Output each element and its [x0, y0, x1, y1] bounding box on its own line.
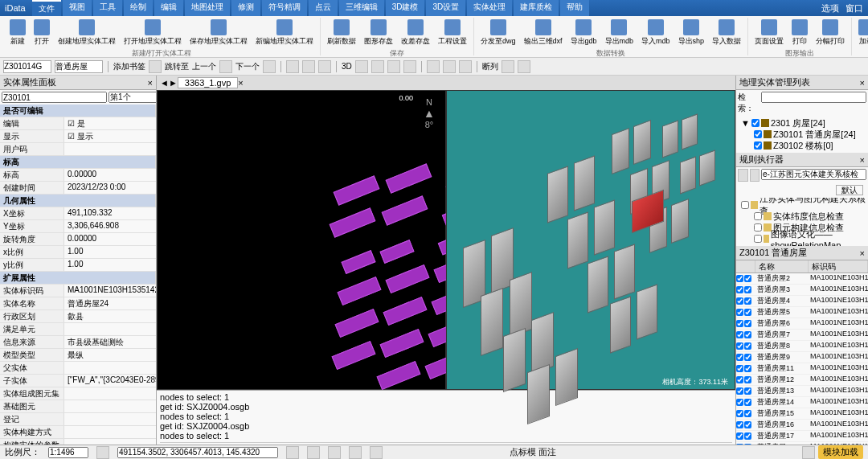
menu-tab-2[interactable]: 工具 — [93, 0, 122, 16]
rule-run-icon[interactable] — [738, 169, 748, 182]
row-check-2[interactable] — [744, 399, 751, 406]
row-check-2[interactable] — [744, 309, 751, 316]
search-input[interactable] — [761, 92, 866, 103]
row-check-2[interactable] — [744, 410, 751, 417]
status-tool-icon[interactable] — [349, 446, 362, 459]
building-3d[interactable] — [555, 348, 578, 406]
menu-tab-13[interactable]: 建库质检 — [514, 0, 559, 16]
building-2d[interactable] — [330, 207, 376, 237]
row-check-1[interactable] — [736, 354, 743, 361]
building-3d[interactable] — [699, 150, 715, 186]
3d-tool-icon[interactable] — [355, 60, 368, 73]
table-row[interactable]: 普通房屋9MA1001NE103H1535... — [736, 352, 868, 363]
row-check-1[interactable] — [736, 331, 743, 338]
tree-item[interactable]: Z30102 楼栋[0] — [738, 140, 866, 151]
property-row[interactable]: 登记 — [0, 413, 156, 426]
property-row[interactable]: 标高0.00000 — [0, 169, 156, 182]
property-row[interactable]: 子实体["FW_A","{3C2043E0-2897-... — [0, 375, 156, 387]
row-check-1[interactable] — [736, 275, 743, 282]
arrow-left-icon[interactable]: ◄ — [160, 78, 169, 88]
viewport-2d[interactable]: N ▲ 8° 0.00 — [157, 90, 446, 390]
property-row[interactable]: 几何属性 — [0, 195, 156, 207]
arrow-right-icon[interactable]: ► — [169, 78, 178, 88]
property-row[interactable]: 显示☑ 显示 — [0, 130, 156, 143]
property-row[interactable]: 旋转角度0.00000 — [0, 233, 156, 246]
status-tool-icon[interactable] — [96, 446, 109, 459]
col-name[interactable]: 名称 — [755, 260, 809, 273]
row-check-2[interactable] — [744, 421, 751, 428]
property-row[interactable]: 模型类型最纵 — [0, 349, 156, 362]
menu-tab-6[interactable]: 修测 — [231, 0, 260, 16]
property-row[interactable]: 父实体 — [0, 362, 156, 375]
building-3d[interactable] — [527, 364, 550, 424]
row-check-2[interactable] — [744, 387, 751, 395]
window-link[interactable]: 窗口 — [845, 2, 863, 14]
layer-code-input[interactable] — [3, 60, 51, 73]
status-tool-icon[interactable] — [286, 446, 299, 459]
row-check-2[interactable] — [744, 432, 751, 440]
table-row[interactable]: 普通房屋8MA1001NE103H1535... — [736, 341, 868, 352]
rule-checkbox[interactable] — [754, 223, 762, 232]
default-btn[interactable]: 默认 — [836, 185, 863, 195]
row-check-1[interactable] — [736, 365, 743, 372]
table-row[interactable]: 普通房屋15MA1001NE103H1535... — [736, 408, 868, 420]
ribbon-btn[interactable]: 保存地理实体工程 — [186, 18, 251, 48]
section-tool-icon[interactable] — [518, 60, 530, 73]
menu-tab-0[interactable]: 文件 — [32, 0, 61, 16]
rule-next-icon[interactable] — [750, 169, 760, 182]
col-code[interactable]: 标识码 — [809, 260, 868, 273]
building-2d[interactable] — [383, 297, 428, 326]
property-row[interactable]: 实体标识码MA1001NE103H15351422... — [0, 285, 156, 297]
row-check-1[interactable] — [736, 342, 743, 350]
menu-tab-1[interactable]: 视图 — [63, 0, 92, 16]
ribbon-btn[interactable]: 打印 — [788, 18, 811, 48]
table-row[interactable]: 普通房屋16MA1001NE103H1535... — [736, 420, 868, 431]
bookmark-label[interactable]: 添加书签 — [113, 61, 145, 72]
property-row[interactable]: 满足单元 — [0, 323, 156, 336]
rule-checkbox[interactable] — [741, 201, 749, 209]
entity-code-combo[interactable] — [2, 92, 107, 103]
menu-tab-10[interactable]: 3D建模 — [386, 0, 425, 16]
close-icon[interactable]: × — [860, 155, 865, 165]
3d-tool-icon[interactable] — [387, 60, 400, 73]
property-row[interactable]: x比例1.00 — [0, 246, 156, 259]
row-check-1[interactable] — [736, 376, 743, 383]
property-row[interactable]: X坐标491,109.332 — [0, 207, 156, 220]
ribbon-btn[interactable]: 分幅打印 — [813, 18, 848, 48]
prev-dropdown[interactable] — [219, 60, 232, 73]
close-icon[interactable]: × — [148, 78, 153, 88]
row-check-2[interactable] — [744, 376, 751, 383]
ribbon-btn[interactable]: 打开地理实体工程 — [121, 18, 185, 48]
building-3d[interactable] — [594, 199, 615, 255]
ribbon-btn[interactable]: 输出三维dxf — [521, 18, 566, 48]
close-icon[interactable]: × — [860, 78, 865, 88]
property-row[interactable]: 行政区划歙县 — [0, 310, 156, 323]
building-2d[interactable] — [377, 361, 421, 390]
tool-icon[interactable] — [302, 60, 315, 73]
rule-item[interactable]: 江苏实体与图元构建关系核查 — [738, 199, 866, 211]
rule-checkbox[interactable] — [754, 235, 762, 243]
property-row[interactable]: y比例1.00 — [0, 259, 156, 272]
building-2d[interactable] — [341, 250, 375, 274]
status-tool-icon[interactable] — [307, 446, 320, 459]
status-tool-icon[interactable] — [370, 446, 383, 459]
table-row[interactable]: 普通房屋3MA1001NE103H1535... — [736, 285, 868, 296]
row-check-2[interactable] — [744, 320, 751, 327]
building-2d[interactable] — [386, 163, 432, 193]
row-check-2[interactable] — [744, 342, 751, 350]
property-row[interactable]: 实体构建方式 — [0, 426, 156, 439]
building-2d[interactable] — [334, 175, 380, 205]
building-3d[interactable] — [547, 166, 568, 223]
menu-tab-4[interactable]: 编辑 — [154, 0, 183, 16]
ribbon-btn[interactable]: 导入数据 — [709, 18, 744, 48]
tree-item[interactable]: ▼ 2301 房屋[24] — [738, 117, 866, 129]
menu-tab-11[interactable]: 3D设置 — [426, 0, 465, 16]
3d-tool-icon[interactable] — [403, 60, 416, 73]
menu-tab-9[interactable]: 三维编辑 — [339, 0, 384, 16]
row-check-2[interactable] — [744, 286, 751, 293]
building-3d[interactable] — [662, 120, 678, 158]
ribbon-btn[interactable]: 创建地理实体工程 — [55, 18, 119, 48]
building-3d[interactable] — [574, 155, 595, 211]
table-row[interactable]: 普通房屋17MA1001NE103H1535... — [736, 431, 868, 442]
building-2d[interactable] — [335, 309, 379, 338]
